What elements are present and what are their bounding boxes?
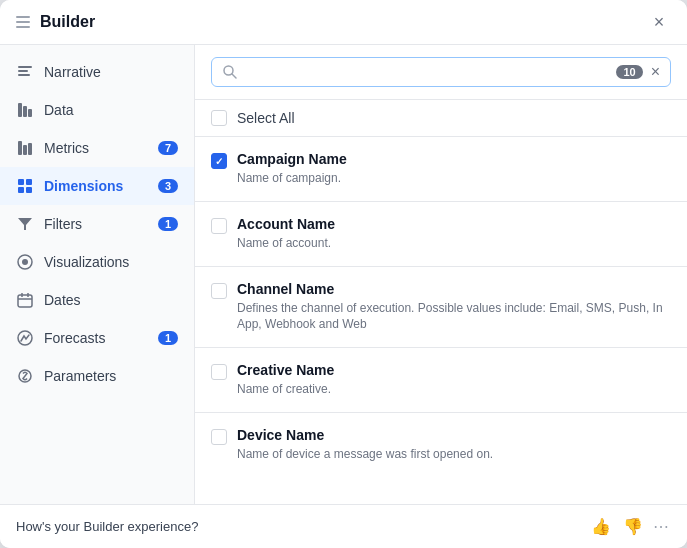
drag-handle[interactable] xyxy=(16,16,30,28)
list-item-campaign-name: Campaign NameName of campaign. xyxy=(195,137,687,202)
item-title-creative-name: Creative Name xyxy=(237,362,671,378)
item-info-creative-name: Creative NameName of creative. xyxy=(237,362,671,398)
checkbox-device-name[interactable] xyxy=(211,429,227,445)
checkbox-channel-name[interactable] xyxy=(211,283,227,299)
sidebar: NarrativeDataMetrics7Dimensions3Filters1… xyxy=(0,45,195,504)
sidebar-label-dimensions: Dimensions xyxy=(44,178,148,194)
sidebar-label-forecasts: Forecasts xyxy=(44,330,148,346)
svg-point-15 xyxy=(22,259,28,265)
search-input-wrap: Name 10 × xyxy=(211,57,671,87)
sidebar-label-visualizations: Visualizations xyxy=(44,254,178,270)
item-info-channel-name: Channel NameDefines the channel of execu… xyxy=(237,281,671,334)
checkbox-campaign-name[interactable] xyxy=(211,153,227,169)
sidebar-item-dates[interactable]: Dates xyxy=(0,281,194,319)
sidebar-badge-filters: 1 xyxy=(158,217,178,231)
svg-rect-10 xyxy=(26,179,32,185)
metrics-icon xyxy=(16,139,34,157)
sidebar-item-dimensions[interactable]: Dimensions3 xyxy=(0,167,194,205)
footer-actions: 👍 👎 ⋯ xyxy=(589,515,671,538)
select-all-label: Select All xyxy=(237,110,295,126)
svg-rect-12 xyxy=(26,187,32,193)
item-title-campaign-name: Campaign Name xyxy=(237,151,671,167)
item-title-channel-name: Channel Name xyxy=(237,281,671,297)
svg-rect-2 xyxy=(18,74,30,76)
item-desc-campaign-name: Name of campaign. xyxy=(237,170,671,187)
search-bar: Name 10 × xyxy=(195,45,687,100)
svg-rect-9 xyxy=(18,179,24,185)
close-button[interactable]: × xyxy=(647,10,671,34)
footer: How's your Builder experience? 👍 👎 ⋯ xyxy=(0,504,687,548)
forecasts-icon xyxy=(16,329,34,347)
title-bar: Builder × xyxy=(0,0,687,45)
thumbs-down-button[interactable]: 👎 xyxy=(621,515,645,538)
svg-rect-4 xyxy=(23,106,27,117)
items-list: Campaign NameName of campaign.Account Na… xyxy=(195,137,687,504)
sidebar-item-forecasts[interactable]: Forecasts1 xyxy=(0,319,194,357)
svg-line-23 xyxy=(232,74,236,78)
list-item-creative-name: Creative NameName of creative. xyxy=(195,348,687,413)
sidebar-label-filters: Filters xyxy=(44,216,148,232)
item-info-campaign-name: Campaign NameName of campaign. xyxy=(237,151,671,187)
sidebar-label-dates: Dates xyxy=(44,292,178,308)
dates-icon xyxy=(16,291,34,309)
svg-rect-11 xyxy=(18,187,24,193)
sidebar-item-visualizations[interactable]: Visualizations xyxy=(0,243,194,281)
sidebar-item-parameters[interactable]: Parameters xyxy=(0,357,194,395)
svg-marker-13 xyxy=(18,218,32,230)
svg-rect-1 xyxy=(18,70,28,72)
item-info-account-name: Account NameName of account. xyxy=(237,216,671,252)
checkbox-account-name[interactable] xyxy=(211,218,227,234)
content-area: Name 10 × Select All Campaign NameName o… xyxy=(195,45,687,504)
item-desc-channel-name: Defines the channel of execution. Possib… xyxy=(237,300,671,334)
item-title-account-name: Account Name xyxy=(237,216,671,232)
builder-window: Builder × NarrativeDataMetrics7Dimension… xyxy=(0,0,687,548)
sidebar-badge-dimensions: 3 xyxy=(158,179,178,193)
item-desc-account-name: Name of account. xyxy=(237,235,671,252)
svg-rect-8 xyxy=(28,143,32,155)
svg-rect-16 xyxy=(18,295,32,307)
select-all-row: Select All xyxy=(195,100,687,137)
sidebar-label-metrics: Metrics xyxy=(44,140,148,156)
list-item-channel-name: Channel NameDefines the channel of execu… xyxy=(195,267,687,349)
search-icon xyxy=(222,64,238,80)
sidebar-badge-metrics: 7 xyxy=(158,141,178,155)
filters-icon xyxy=(16,215,34,233)
sidebar-label-narrative: Narrative xyxy=(44,64,178,80)
sidebar-label-data: Data xyxy=(44,102,178,118)
sidebar-item-metrics[interactable]: Metrics7 xyxy=(0,129,194,167)
main-layout: NarrativeDataMetrics7Dimensions3Filters1… xyxy=(0,45,687,504)
svg-rect-6 xyxy=(18,141,22,155)
narrative-icon xyxy=(16,63,34,81)
item-desc-creative-name: Name of creative. xyxy=(237,381,671,398)
search-count: 10 xyxy=(616,65,642,79)
search-clear-button[interactable]: × xyxy=(651,64,660,80)
footer-dots: ⋯ xyxy=(653,517,671,536)
sidebar-item-data[interactable]: Data xyxy=(0,91,194,129)
visualizations-icon xyxy=(16,253,34,271)
svg-rect-7 xyxy=(23,145,27,155)
item-info-device-name: Device NameName of device a message was … xyxy=(237,427,671,463)
svg-rect-3 xyxy=(18,103,22,117)
select-all-checkbox[interactable] xyxy=(211,110,227,126)
window-title: Builder xyxy=(40,13,95,31)
svg-rect-5 xyxy=(28,109,32,117)
dimensions-icon xyxy=(16,177,34,195)
sidebar-item-narrative[interactable]: Narrative xyxy=(0,53,194,91)
data-icon xyxy=(16,101,34,119)
footer-feedback-text: How's your Builder experience? xyxy=(16,519,198,534)
thumbs-up-button[interactable]: 👍 xyxy=(589,515,613,538)
svg-rect-0 xyxy=(18,66,32,68)
item-title-device-name: Device Name xyxy=(237,427,671,443)
checkbox-creative-name[interactable] xyxy=(211,364,227,380)
search-input[interactable]: Name xyxy=(246,64,608,80)
parameters-icon xyxy=(16,367,34,385)
title-bar-left: Builder xyxy=(16,13,95,31)
sidebar-badge-forecasts: 1 xyxy=(158,331,178,345)
list-item-account-name: Account NameName of account. xyxy=(195,202,687,267)
list-item-device-name: Device NameName of device a message was … xyxy=(195,413,687,477)
sidebar-label-parameters: Parameters xyxy=(44,368,178,384)
sidebar-item-filters[interactable]: Filters1 xyxy=(0,205,194,243)
item-desc-device-name: Name of device a message was first opene… xyxy=(237,446,671,463)
